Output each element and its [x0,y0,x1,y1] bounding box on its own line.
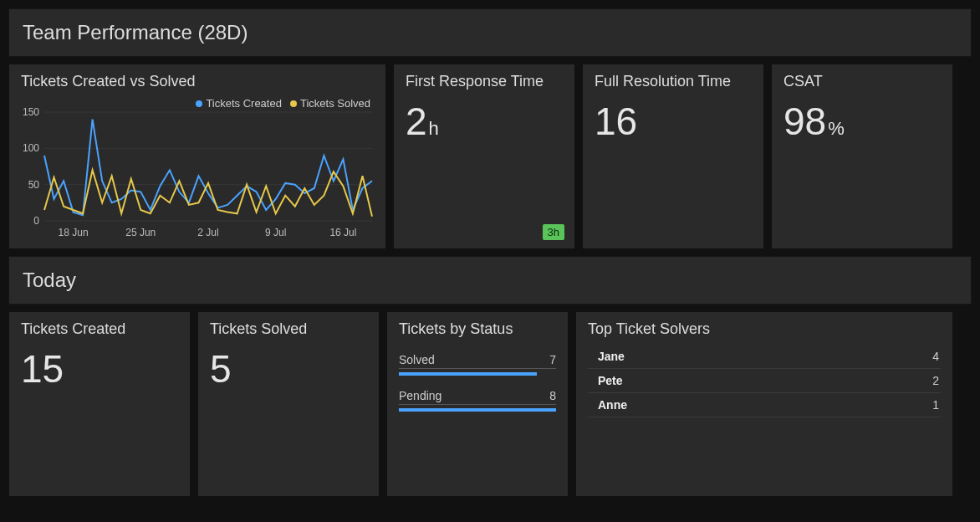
legend-label: Tickets Created [206,97,282,110]
status-item: Pending8 [399,387,556,412]
status-value: 8 [549,389,556,402]
stat-value: 15 [21,350,178,388]
leaderboard-name: Pete [590,374,623,387]
leaderboard-list: Jane4Pete2Anne1 [588,345,941,417]
card-today-solved: Tickets Solved 5 [197,311,380,497]
card-tickets-by-status: Tickets by Status Solved7Pending8 [386,311,569,497]
svg-text:25 Jun: 25 Jun [125,227,156,238]
status-bar [399,408,556,412]
status-list: Solved7Pending8 [399,345,556,423]
svg-text:18 Jun: 18 Jun [59,227,89,238]
leaderboard-value: 1 [932,398,939,412]
leaderboard-row: Jane4 [588,345,941,369]
legend-dot-icon [290,100,297,107]
status-bar-fill [399,408,556,412]
svg-text:9 Jul: 9 Jul [265,227,286,238]
status-value: 7 [549,353,556,366]
stat-value: 2h [406,102,563,141]
status-bar-fill [399,372,537,376]
svg-text:150: 150 [23,106,39,118]
leaderboard-value: 2 [932,374,939,387]
leaderboard-row: Anne1 [588,393,941,417]
card-csat: CSAT 98% [771,64,953,249]
status-bar [399,372,556,376]
section-header-today: Today [8,256,972,304]
stat-unit: h [429,118,439,139]
card-title: Top Ticket Solvers [588,320,941,338]
status-label: Solved [399,353,435,366]
card-top-solvers: Top Ticket Solvers Jane4Pete2Anne1 [575,311,953,497]
stat-unit: % [828,118,845,139]
chart-legend: Tickets Created Tickets Solved [196,97,370,110]
legend-label: Tickets Solved [300,97,370,110]
card-title: Full Resolution Time [595,73,752,90]
status-item: Solved7 [399,351,556,376]
legend-dot-icon [196,100,202,107]
svg-text:100: 100 [23,142,39,154]
leaderboard-row: Pete2 [588,369,941,393]
stat-number: 98 [783,100,826,143]
chart-svg: 05010015018 Jun25 Jun2 Jul9 Jul16 Jul [21,97,375,239]
svg-text:16 Jul: 16 Jul [329,227,356,238]
card-title: Tickets Created [21,320,178,338]
card-title: Tickets Solved [210,320,367,338]
svg-text:0: 0 [33,215,39,227]
card-title: CSAT [783,73,941,90]
leaderboard-name: Anne [590,398,627,412]
line-chart: Tickets Created Tickets Solved 050100150… [21,97,374,243]
svg-text:50: 50 [28,179,40,191]
goal-badge: 3h [543,224,564,240]
leaderboard-name: Jane [590,350,625,363]
stat-value: 5 [210,350,367,388]
card-tickets-chart: Tickets Created vs Solved Tickets Create… [8,64,386,249]
status-label: Pending [399,389,442,402]
card-title: Tickets Created vs Solved [21,73,374,90]
svg-text:2 Jul: 2 Jul [197,227,218,238]
stat-value: 98% [783,102,941,141]
legend-item-created: Tickets Created [196,97,282,110]
leaderboard-value: 4 [932,350,939,363]
card-today-created: Tickets Created 15 [8,311,191,497]
card-full-resolution-time: Full Resolution Time 16 [582,64,764,249]
card-first-response-time: First Response Time 2h 3h [393,64,575,249]
section-header-team-performance: Team Performance (28D) [8,8,972,57]
card-title: First Response Time [406,73,563,90]
stat-value: 16 [595,102,752,141]
card-title: Tickets by Status [399,320,556,338]
legend-item-solved: Tickets Solved [290,97,370,110]
stat-number: 2 [406,100,427,143]
